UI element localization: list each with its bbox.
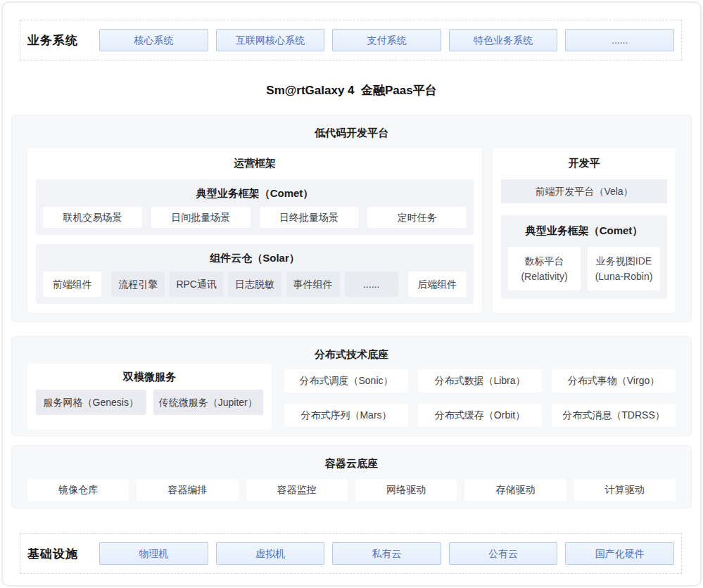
business-systems-row: 业务系统 核心系统 互联网核心系统 支付系统 特色业务系统 ...... bbox=[20, 20, 682, 60]
infra-private-cloud: 私有云 bbox=[332, 542, 441, 565]
card-container-monitoring: 容器监控 bbox=[246, 479, 348, 501]
business-system-payment: 支付系统 bbox=[332, 29, 441, 51]
card-network-driver: 网络驱动 bbox=[355, 479, 457, 501]
component-cloud-warehouse-box: 组件云仓（Solar） 前端组件 流程引擎 RPC通讯 日志脱敏 事件组件 ..… bbox=[36, 244, 474, 304]
business-system-more: ...... bbox=[565, 29, 674, 51]
infrastructure-buttons: 物理机 虚拟机 私有云 公有云 国产化硬件 bbox=[99, 542, 674, 565]
distributed-cards-grid: 分布式调度（Sonic） 分布式数据（Libra） 分布式事物（Virgo） 分… bbox=[284, 364, 676, 430]
dev-typical-business-framework-cards: 数标平台 (Relativity) 业务视图IDE (Luna-Robin) bbox=[508, 247, 660, 290]
infra-physical-machine: 物理机 bbox=[99, 542, 208, 565]
infra-domestic-hardware: 国产化硬件 bbox=[565, 542, 674, 565]
chip-log-masking: 日志脱敏 bbox=[228, 271, 281, 297]
card-backend-components: 后端组件 bbox=[408, 271, 467, 297]
card-distributed-transaction-virgo: 分布式事物（Virgo） bbox=[552, 369, 676, 392]
card-container-orchestration: 容器编排 bbox=[137, 479, 238, 501]
card-luna-robin-ide: 业务视图IDE (Luna-Robin) bbox=[588, 247, 660, 290]
container-base-cards: 镜像仓库 容器编排 容器监控 网络驱动 存储驱动 计算驱动 bbox=[27, 479, 676, 501]
card-relativity-line2: (Relativity) bbox=[508, 269, 581, 284]
dev-platform-panel: 开发平 前端开发平台（Vela） 典型业务框架（Comet） 数标平台 (Rel… bbox=[493, 148, 676, 313]
operation-framework-panel: 运营框架 典型业务框架（Comet） 联机交易场景 日间批量场景 日终批量场景 … bbox=[27, 148, 482, 313]
dev-typical-business-framework-title: 典型业务框架（Comet） bbox=[501, 215, 667, 247]
card-luna-robin-line2: (Luna-Robin) bbox=[588, 269, 660, 284]
business-systems-buttons: 核心系统 互联网核心系统 支付系统 特色业务系统 ...... bbox=[99, 29, 674, 51]
container-base-section: 容器云底座 镜像仓库 容器编排 容器监控 网络驱动 存储驱动 计算驱动 bbox=[11, 445, 692, 509]
card-compute-driver: 计算驱动 bbox=[574, 479, 676, 501]
dual-mode-microservice-items: 服务网格（Genesis） 传统微服务（Jupiter） bbox=[36, 390, 263, 415]
business-systems-label: 业务系统 bbox=[20, 32, 99, 49]
card-online-trading: 联机交易场景 bbox=[43, 207, 142, 228]
lowcode-platform-body: 运营框架 典型业务框架（Comet） 联机交易场景 日间批量场景 日终批量场景 … bbox=[12, 140, 691, 313]
component-cloud-warehouse-title: 组件云仓（Solar） bbox=[36, 244, 474, 271]
infrastructure-row: 基础设施 物理机 虚拟机 私有云 公有云 国产化硬件 bbox=[20, 533, 682, 574]
chip-process-engine: 流程引擎 bbox=[111, 271, 165, 297]
card-distributed-message-tdrss: 分布式消息（TDRSS） bbox=[552, 404, 676, 427]
business-system-special: 特色业务系统 bbox=[449, 29, 558, 51]
container-base-title: 容器云底座 bbox=[12, 446, 691, 471]
card-distributed-scheduling-sonic: 分布式调度（Sonic） bbox=[284, 369, 408, 392]
business-system-internet-core: 互联网核心系统 bbox=[216, 29, 325, 51]
page-title: Sm@rtGalaxy 4 金融Paas平台 bbox=[0, 82, 703, 98]
chip-traditional-microservice-jupiter: 传统微服务（Jupiter） bbox=[153, 390, 264, 415]
lowcode-platform-section: 低代码开发平台 运营框架 典型业务框架（Comet） 联机交易场景 日间批量场景… bbox=[11, 115, 692, 322]
business-system-core: 核心系统 bbox=[99, 29, 208, 51]
dual-mode-microservice-title: 双模微服务 bbox=[27, 364, 272, 390]
chip-frontend-dev-platform-vela: 前端开发平台（Vela） bbox=[501, 179, 667, 203]
chip-service-mesh-genesis: 服务网格（Genesis） bbox=[36, 390, 146, 415]
card-distributed-cache-orbit: 分布式缓存（Orbit） bbox=[418, 404, 542, 427]
typical-business-framework-box: 典型业务框架（Comet） 联机交易场景 日间批量场景 日终批量场景 定时任务 bbox=[36, 179, 474, 235]
card-luna-robin-line1: 业务视图IDE bbox=[588, 253, 660, 269]
card-storage-driver: 存储驱动 bbox=[464, 479, 566, 501]
card-relativity-platform: 数标平台 (Relativity) bbox=[508, 247, 581, 290]
dev-platform-title: 开发平 bbox=[493, 148, 676, 170]
card-distributed-sequence-mars: 分布式序列（Mars） bbox=[284, 404, 408, 427]
card-eod-batch: 日终批量场景 bbox=[260, 207, 359, 228]
operation-framework-title: 运营框架 bbox=[27, 148, 482, 170]
card-frontend-components: 前端组件 bbox=[43, 271, 101, 297]
distributed-base-title: 分布式技术底座 bbox=[12, 337, 691, 362]
chip-event-components: 事件组件 bbox=[286, 271, 340, 297]
dev-typical-business-framework-box: 典型业务框架（Comet） 数标平台 (Relativity) 业务视图IDE … bbox=[501, 215, 667, 299]
chip-rpc-comm: RPC通讯 bbox=[170, 271, 223, 297]
card-distributed-data-libra: 分布式数据（Libra） bbox=[418, 369, 542, 392]
distributed-base-section: 分布式技术底座 双模微服务 服务网格（Genesis） 传统微服务（Jupite… bbox=[11, 336, 692, 436]
card-daytime-batch: 日间批量场景 bbox=[151, 207, 251, 228]
dual-mode-microservice-box: 双模微服务 服务网格（Genesis） 传统微服务（Jupiter） bbox=[27, 364, 272, 430]
card-scheduled-task: 定时任务 bbox=[367, 207, 467, 228]
infra-public-cloud: 公有云 bbox=[449, 542, 558, 565]
card-relativity-line1: 数标平台 bbox=[508, 253, 581, 269]
typical-business-framework-cards: 联机交易场景 日间批量场景 日终批量场景 定时任务 bbox=[43, 207, 467, 228]
lowcode-platform-title: 低代码开发平台 bbox=[12, 115, 691, 140]
component-cloud-warehouse-items: 前端组件 流程引擎 RPC通讯 日志脱敏 事件组件 ...... 后端组件 bbox=[43, 271, 467, 297]
typical-business-framework-title: 典型业务框架（Comet） bbox=[36, 179, 474, 207]
infrastructure-label: 基础设施 bbox=[20, 546, 99, 562]
infra-virtual-machine: 虚拟机 bbox=[216, 542, 325, 565]
chip-more-components: ...... bbox=[345, 271, 398, 297]
distributed-base-body: 双模微服务 服务网格（Genesis） 传统微服务（Jupiter） 分布式调度… bbox=[12, 362, 691, 430]
card-image-registry: 镜像仓库 bbox=[27, 479, 129, 501]
